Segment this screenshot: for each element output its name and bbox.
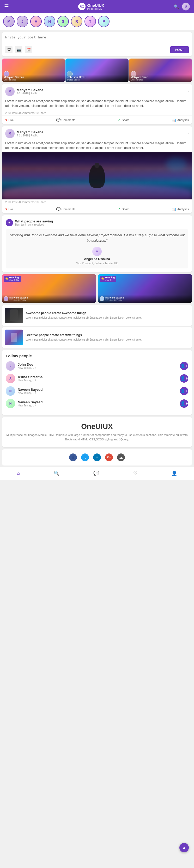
nav-likes[interactable]: ♡ — [130, 469, 141, 477]
news-content: Awesome people create awesome things Lor… — [26, 311, 189, 320]
trending-card[interactable]: ⭐ Trending Most 5 Star Mariyam Saxena 7-… — [2, 274, 96, 303]
brand-name: OneUIUX — [6, 422, 188, 431]
share-action[interactable]: ↗ Share — [118, 118, 129, 122]
trending-row: ⭐ Trending Most 5 Star Mariyam Saxena 7-… — [2, 274, 192, 303]
nav-home[interactable]: ⌂ — [14, 469, 23, 477]
follow-name: Naveen Sayeed — [18, 400, 177, 404]
news-title: Creative people create creative things — [26, 333, 189, 337]
trending-avatar-row: Mariyam Saxena 7-11-2018 | Public — [100, 297, 190, 301]
testimonial-author: A Angelina D'souza Vice President, Colls… — [9, 247, 185, 265]
post-author: M Mariyam Saxena 7-11-2018 | Public — [5, 129, 43, 138]
nav-profile[interactable]: 👤 — [168, 469, 180, 477]
story-item[interactable]: S — [57, 16, 69, 27]
story-item[interactable]: P — [98, 16, 110, 27]
testimonial-subtitle: Best testimonial received — [15, 223, 53, 226]
menu-icon[interactable]: ☰ — [4, 3, 9, 10]
story-item[interactable]: M — [3, 16, 14, 27]
news-thumb-bg — [5, 330, 23, 345]
featured-card-location: United States — [67, 79, 127, 81]
post-more-button[interactable]: ··· — [185, 89, 189, 94]
post-actions: ♥ Like 💬 Comments ↗ Share 📊 Analytics — [2, 116, 192, 124]
analytics-icon: 📊 — [172, 118, 176, 122]
news-card[interactable]: Creative people create creative things L… — [2, 327, 192, 348]
header-avatar[interactable]: U — [182, 3, 190, 10]
twitter-icon[interactable]: t — [81, 454, 89, 461]
story-item[interactable]: R — [71, 16, 82, 27]
story-item[interactable]: A — [30, 16, 42, 27]
follow-name: John Doe — [18, 363, 177, 366]
post-stats: 250Likes,50Comments,10Share — [2, 110, 192, 116]
follow-button[interactable]: 👤+ — [180, 387, 188, 395]
news-card[interactable]: Awesome people create awesome things Lor… — [2, 305, 192, 326]
trending-badge-icon: ⭐ — [101, 277, 104, 280]
calendar-icon[interactable]: 📅 — [25, 46, 32, 53]
post-more-button[interactable]: ··· — [185, 131, 189, 136]
nav-messages[interactable]: 💬 — [90, 469, 102, 477]
news-title: Awesome people create awesome things — [26, 311, 189, 315]
cloud-icon[interactable]: ☁ — [117, 454, 125, 461]
news-content: Creative people create creative things L… — [26, 333, 189, 342]
news-desc: Lorem ipsum dolor sit amet, consect etur… — [26, 338, 189, 342]
featured-card-location: United States — [4, 79, 63, 81]
follow-info: Naveen Sayeed New Jersey, UK — [18, 388, 177, 394]
post-author-name: Mariyam Saxena — [17, 88, 43, 92]
post-input-footer: 🖼 📷 📅 POST — [5, 46, 189, 53]
trending-card[interactable]: ⭐ Trending Most D... Mariyam Saxena 7-11… — [98, 274, 192, 303]
camera-icon[interactable]: 📷 — [15, 46, 23, 53]
story-item[interactable]: N — [44, 16, 55, 27]
like-action[interactable]: ♥ Like — [5, 118, 14, 122]
facebook-icon[interactable]: f — [69, 454, 77, 461]
post-author-meta: 7-11-2018 | Public — [17, 92, 43, 95]
trending-avatar — [100, 297, 104, 301]
stories-row: M J A N S R T P — [0, 13, 194, 30]
analytics-icon: 📊 — [172, 207, 176, 211]
follow-info: John Doe New Jersey, UK — [18, 363, 177, 369]
testimonial-icon: ✦ — [6, 219, 13, 226]
post-button[interactable]: POST — [170, 46, 189, 53]
follow-info: Astha Shrestha New Jersey, UK — [18, 375, 177, 382]
testimonial-header-text: What people are saying Best testimonial … — [15, 219, 53, 226]
comments-action[interactable]: 💬 Comments — [56, 207, 75, 211]
post-input-area: 🖼 📷 📅 POST — [2, 32, 192, 57]
search-icon[interactable]: 🔍 — [174, 4, 179, 9]
follow-name: Naveen Sayeed — [18, 388, 177, 392]
testimonial-title: What people are saying — [15, 219, 53, 223]
post-author-avatar: M — [5, 87, 14, 96]
trending-info: Mariyam Saxena 7-11-2018 | Public — [9, 297, 28, 301]
brand-section: OneUIUX Multipurpose multipages Mobile H… — [2, 417, 192, 447]
follow-button[interactable]: 👤+ — [180, 362, 188, 370]
follow-button[interactable]: 👤+ — [180, 399, 188, 408]
nav-search[interactable]: 🔍 — [50, 469, 63, 477]
trending-badge-icon: ⭐ — [5, 277, 8, 280]
featured-card[interactable]: Mariyam Saxe United States — [129, 59, 192, 82]
post-text-input[interactable] — [5, 35, 189, 43]
linkedin-icon[interactable]: in — [93, 454, 101, 461]
logo-icon: UX — [78, 3, 85, 10]
app-subtitle: Mobile HTML — [87, 7, 104, 10]
post-author-info: Mariyam Saxena 7-11-2018 | Public — [17, 130, 43, 137]
follow-button[interactable]: 👤+ — [180, 374, 188, 383]
post-body: Lorem ipsum dolor sit amet,consectetur a… — [2, 98, 192, 110]
analytics-action[interactable]: 📊 Analytics — [172, 207, 189, 211]
follow-item: N Naveen Sayeed New Jersey, UK 👤+ — [6, 399, 188, 408]
featured-card[interactable]: Johnson Maxu United States — [66, 59, 128, 82]
trending-overlay: Mariyam Saxena 7-11-2018 | Public — [2, 295, 96, 303]
news-thumbnail — [5, 308, 23, 323]
analytics-action[interactable]: 📊 Analytics — [172, 118, 189, 122]
post-icons: 🖼 📷 📅 — [5, 46, 32, 53]
share-action[interactable]: ↗ Share — [118, 207, 129, 211]
social-row: f t in G+ ☁ — [2, 449, 192, 465]
story-item[interactable]: J — [17, 16, 28, 27]
featured-card-overlay: Johnson Maxu United States — [66, 75, 128, 82]
like-action[interactable]: ♥ Like — [5, 207, 14, 211]
featured-card[interactable]: Mariyam Saxena United States — [2, 59, 65, 82]
comments-action[interactable]: 💬 Comments — [56, 118, 75, 122]
bottom-navigation: ⌂ 🔍 💬 ♡ 👤 — [0, 467, 194, 480]
follow-item: A Astha Shrestha New Jersey, UK 👤+ — [6, 374, 188, 383]
image-upload-icon[interactable]: 🖼 — [5, 46, 12, 53]
testimonial-header: ✦ What people are saying Best testimonia… — [6, 219, 188, 226]
googleplus-icon[interactable]: G+ — [105, 454, 113, 461]
trending-info: Mariyam Saxena 7-11-2018 | Public — [105, 297, 124, 301]
follow-avatar: N — [6, 386, 15, 396]
story-item[interactable]: T — [84, 16, 96, 27]
